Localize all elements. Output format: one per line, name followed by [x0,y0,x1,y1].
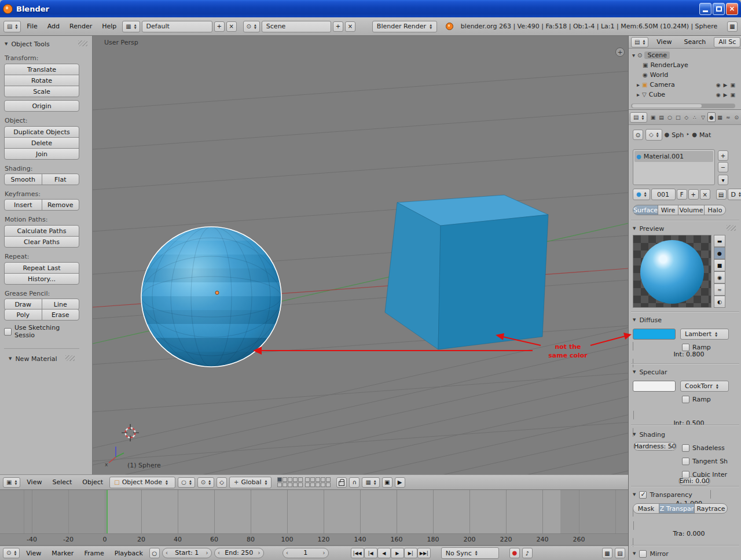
scene-delete-button[interactable]: × [345,21,355,32]
layer-cell[interactable] [288,482,292,487]
origin-button[interactable]: Origin [4,100,79,112]
translate-button[interactable]: Translate [4,64,79,75]
window-titlebar[interactable]: Blender × [0,0,741,17]
tab-material[interactable]: ● [707,112,715,122]
layer-cell[interactable] [293,482,298,487]
properties-region-expand-button[interactable]: + [615,47,625,57]
diffuse-shader-dropdown[interactable]: Lambert [680,329,729,340]
outliner-row-world[interactable]: ◉ World [629,70,741,80]
minimize-button[interactable] [699,3,711,15]
viewport-menu-view[interactable]: View [23,477,46,488]
outliner-filter-dropdown[interactable]: All Sc [714,37,740,47]
preview-panel-header[interactable]: Preview [633,223,737,234]
mirror-panel-header[interactable]: Mirror [633,548,737,559]
menu-render[interactable]: Render [65,21,96,32]
specular-ramp-checkbox[interactable] [682,396,689,403]
type-tab-volume[interactable]: Volume [678,205,705,215]
material-slot-list[interactable]: ● Material.001 [633,149,715,185]
scene-browse-button[interactable]: ⊙ [243,21,260,32]
copy-material-button[interactable]: ▤ [716,189,727,200]
preview-hair-button[interactable]: ≈ [714,283,725,296]
jump-to-start-button[interactable]: |◀◀ [351,548,364,558]
timeline-editor-type-button[interactable]: ⊙ [3,548,20,558]
transparency-raytrace-tab[interactable]: Raytrace [694,503,728,514]
keying-set-button[interactable]: ♪ [522,548,533,558]
tab-object[interactable]: □ [674,112,682,122]
transparency-checkbox[interactable] [639,491,647,499]
transparency-mask-tab[interactable]: Mask [633,503,659,514]
orientation-dropdown[interactable]: +Global [229,477,272,488]
expand-icon[interactable]: ▸ [637,92,640,98]
viewport-editor-type-button[interactable]: ▣ [3,477,20,488]
screen-layout-browse-button[interactable]: ▦ [122,21,140,32]
repeat-last-button[interactable]: Repeat Last [4,262,79,274]
visibility-eye-icon[interactable]: ◉ [716,92,721,98]
tab-object-data[interactable]: ▽ [699,112,707,122]
layer-cell[interactable] [305,477,310,482]
play-button[interactable]: ▶ [391,548,404,558]
layer-cell[interactable] [283,482,287,487]
rotate-button[interactable]: Rotate [4,75,79,86]
tab-particles[interactable]: ≈ [724,112,732,122]
type-tab-surface[interactable]: Surface [633,205,658,215]
viewport-menu-object[interactable]: Object [78,477,107,488]
specular-shader-dropdown[interactable]: CookTorr [680,381,729,392]
layer-cell[interactable] [310,482,315,487]
window-duplicate-button[interactable]: ▦ [727,21,738,32]
outliner-editor-type-button[interactable]: ▤ [631,37,648,47]
tab-scene[interactable]: ▤ [658,112,665,122]
specular-color-swatch[interactable] [633,381,676,392]
layer-cell[interactable] [277,482,282,487]
preview-sky-button[interactable]: ◐ [714,296,725,308]
outliner-horizontal-scrollbar[interactable] [631,104,735,108]
flat-button[interactable]: Flat [42,174,80,185]
layer-cell[interactable] [316,482,320,487]
timeline-menu-marker[interactable]: Marker [47,548,78,559]
layer-cell[interactable] [277,477,282,482]
clear-paths-button[interactable]: Clear Paths [4,236,79,248]
cube-left-face[interactable] [385,202,441,349]
tab-render[interactable]: ▣ [649,112,656,122]
add-material-slot-button[interactable]: + [718,150,728,161]
timeline-extra-button-1[interactable]: ▦ [602,548,612,558]
layer-cell[interactable] [305,482,310,487]
history-button[interactable]: History... [4,273,79,285]
grease-poly-button[interactable]: Poly [4,309,42,320]
outliner-row-cube[interactable]: ▸ ▽ Cube ◉ ▶ ▣ [629,90,741,100]
timeline-menu-view[interactable]: View [22,548,45,559]
manipulator-toggle-button[interactable]: ◇ [217,477,227,488]
new-material-button[interactable]: + [688,189,699,200]
opengl-render-anim-button[interactable]: ▶ [395,477,405,488]
preview-monkey-button[interactable]: ◉ [714,271,725,283]
renderability-icon[interactable]: ▣ [730,92,735,98]
timeline-menu-frame[interactable]: Frame [80,548,108,559]
type-tab-wire[interactable]: Wire [658,205,678,215]
previous-keyframe-button[interactable]: |◀ [364,548,377,558]
preview-range-button[interactable]: ○ [149,548,160,558]
outliner-item-label[interactable]: RenderLaye [650,61,688,69]
cube-right-face[interactable] [438,215,548,349]
calculate-paths-button[interactable]: Calculate Paths [4,225,79,237]
scene-field[interactable]: Scene [262,21,331,32]
editor-type-button[interactable]: ▤ [3,21,21,32]
tab-modifiers[interactable]: ∴ [691,112,698,122]
render-engine-dropdown[interactable]: Blender Render [372,21,437,32]
grease-line-button[interactable]: Line [42,299,80,310]
sketching-session-checkbox[interactable] [4,328,12,336]
expand-icon[interactable]: ▾ [632,53,635,58]
viewport-menu-select[interactable]: Select [48,477,76,488]
scene-add-button[interactable]: + [333,21,343,32]
object-crumb-label[interactable]: Sph [672,131,684,139]
layer-cell[interactable] [316,477,320,482]
close-button[interactable]: × [726,3,738,15]
layer-cell[interactable] [321,482,325,487]
transparency-panel-header[interactable]: Transparency [633,489,737,500]
mode-dropdown[interactable]: □Object Mode [109,477,175,488]
layer-cell[interactable] [298,477,303,482]
viewport-shading-dropdown[interactable]: ○ [178,477,195,488]
remove-keyframe-button[interactable]: Remove [42,199,80,211]
start-frame-field[interactable]: Start: 1 [162,548,212,558]
opengl-render-button[interactable]: ▣ [382,477,392,488]
timeline[interactable]: -40 -20 0 20 40 60 80 100 120 140 160 18… [0,490,628,546]
layer-cell[interactable] [310,477,315,482]
